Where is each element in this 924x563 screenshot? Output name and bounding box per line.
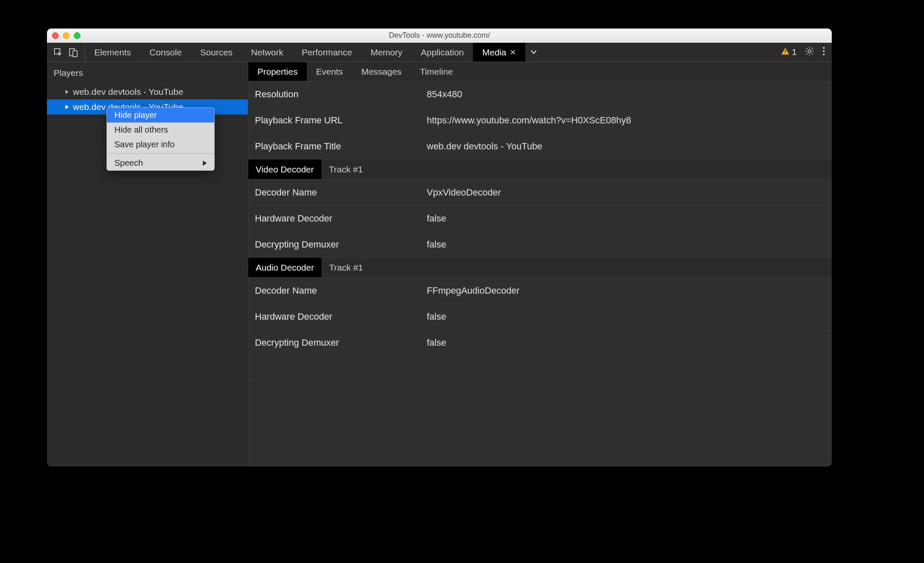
subtab-timeline[interactable]: Timeline [411,62,462,81]
traffic-lights [52,32,80,39]
tab-close-icon[interactable]: ✕ [510,48,516,57]
prop-row: Decoder Name VpxVideoDecoder [248,180,832,206]
section-audio-decoder: Audio Decoder Track #1 [248,258,832,278]
properties-table: Resolution 854x480 Playback Frame URL ht… [248,81,832,467]
section-label: Video Decoder [248,159,322,179]
warnings-badge[interactable]: 1 [781,47,797,57]
prop-key: Decoder Name [248,285,427,296]
play-icon [65,90,69,94]
svg-point-15 [823,50,825,52]
tab-elements[interactable]: Elements [85,43,140,62]
prop-key: Decoder Name [248,187,427,198]
svg-point-16 [823,54,825,56]
section-track[interactable]: Track #1 [322,159,371,179]
kebab-menu-icon[interactable] [823,47,825,58]
section-label: Audio Decoder [248,258,322,277]
inspect-element-icon[interactable] [54,48,63,57]
body: Players web.dev devtools - YouTube web.d… [47,62,832,467]
svg-line-12 [807,53,807,54]
tab-network[interactable]: Network [242,43,293,62]
device-toggle-icon[interactable] [69,48,78,57]
prop-key: Playback Frame URL [248,115,427,126]
prop-val: web.dev devtools - YouTube [427,141,832,152]
titlebar: DevTools - www.youtube.com/ [47,29,832,43]
tab-sources[interactable]: Sources [191,43,242,62]
tab-application[interactable]: Application [412,43,473,62]
svg-rect-4 [785,53,786,54]
svg-point-14 [823,47,825,49]
more-tabs-button[interactable] [525,43,542,62]
context-menu: Hide player Hide all others Save player … [106,107,215,171]
tab-memory[interactable]: Memory [361,43,412,62]
prop-row: Decrypting Demuxer false [248,232,832,258]
svg-rect-2 [73,51,77,57]
close-window-button[interactable] [52,32,59,39]
prop-val: false [427,337,832,348]
context-hide-all-others[interactable]: Hide all others [107,123,214,137]
context-item-label: Hide all others [114,125,168,135]
svg-point-5 [808,50,811,53]
subtab-properties[interactable]: Properties [248,62,307,81]
context-item-label: Save player info [114,140,174,149]
sidebar: Players web.dev devtools - YouTube web.d… [47,62,248,467]
content: Properties Events Messages Timeline Reso… [248,62,832,467]
devtools-toolbar: Elements Console Sources Network Perform… [47,43,832,62]
prop-row: Hardware Decoder false [248,206,832,232]
subtab-messages[interactable]: Messages [352,62,411,81]
prop-val: false [427,239,832,250]
toolbar-right: 1 [774,43,832,62]
prop-val: false [427,311,832,322]
devtools-window: DevTools - www.youtube.com/ Elements Con… [47,29,832,467]
prop-val: 854x480 [427,89,832,100]
play-icon [65,105,69,109]
tab-performance[interactable]: Performance [293,43,361,62]
tab-media-label: Media [482,47,506,57]
svg-line-10 [807,48,807,49]
player-item[interactable]: web.dev devtools - YouTube [47,84,248,99]
context-save-player-info[interactable]: Save player info [107,137,214,152]
prop-key: Resolution [248,89,427,100]
prop-row: Decoder Name FFmpegAudioDecoder [248,278,832,304]
subtab-events[interactable]: Events [307,62,352,81]
context-item-label: Speech [114,158,143,168]
section-track[interactable]: Track #1 [322,258,371,277]
prop-key: Decrypting Demuxer [248,337,427,348]
prop-row: Resolution 854x480 [248,81,832,107]
prop-val: false [427,213,832,224]
window-title: DevTools - www.youtube.com/ [389,31,490,40]
prop-key: Playback Frame Title [248,141,427,152]
submenu-arrow-icon [203,161,207,166]
context-item-label: Hide player [114,110,157,120]
warning-icon [781,47,789,57]
prop-val: FFmpegAudioDecoder [427,285,832,296]
prop-val: VpxVideoDecoder [427,187,832,198]
context-speech[interactable]: Speech [107,156,214,170]
panel-tabs: Elements Console Sources Network Perform… [85,43,774,62]
minimize-window-button[interactable] [63,32,70,39]
prop-row: Playback Frame URL https://www.youtube.c… [248,107,832,133]
tab-media[interactable]: Media ✕ [473,43,525,62]
player-label: web.dev devtools - YouTube [73,87,183,97]
context-hide-player[interactable]: Hide player [107,108,214,123]
svg-rect-3 [785,50,786,52]
prop-key: Hardware Decoder [248,213,427,224]
svg-line-13 [812,48,812,49]
blank-row [248,356,832,380]
prop-key: Decrypting Demuxer [248,239,427,250]
tab-console[interactable]: Console [140,43,191,62]
prop-row: Hardware Decoder false [248,304,832,330]
prop-key: Hardware Decoder [248,311,427,322]
sidebar-header: Players [47,62,248,84]
prop-row: Playback Frame Title web.dev devtools - … [248,133,832,159]
svg-line-11 [812,53,812,54]
prop-row: Decrypting Demuxer false [248,330,832,356]
prop-val: https://www.youtube.com/watch?v=H0XScE08… [427,115,832,126]
maximize-window-button[interactable] [74,32,80,39]
context-separator [107,154,214,154]
sub-tabs: Properties Events Messages Timeline [248,62,832,81]
section-video-decoder: Video Decoder Track #1 [248,159,832,180]
settings-icon[interactable] [805,47,814,58]
warnings-count: 1 [792,47,797,57]
blank-row [248,380,832,404]
inspect-tools [47,43,85,62]
